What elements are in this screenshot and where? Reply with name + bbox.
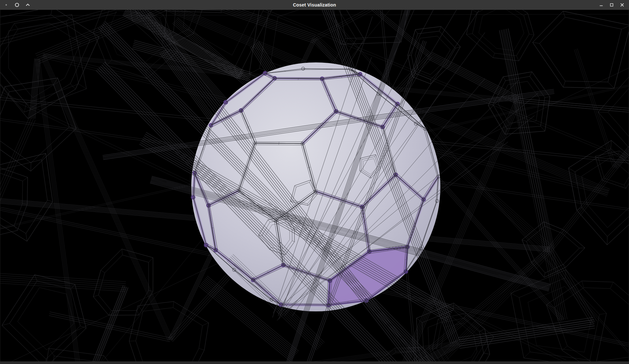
close-icon (620, 3, 624, 7)
dot-icon[interactable] (4, 2, 9, 8)
maximize-icon (609, 3, 614, 7)
window-controls (599, 2, 629, 8)
titlebar[interactable]: Coset Visualization (0, 0, 629, 10)
caret-up-icon-glyph (25, 2, 30, 8)
titlebar-left-icons (0, 2, 30, 8)
circle-icon-glyph (14, 2, 20, 8)
minimize-icon (599, 3, 604, 7)
minimize-button[interactable] (599, 2, 604, 8)
circle-icon[interactable] (14, 2, 20, 8)
window-title: Coset Visualization (0, 0, 629, 10)
app-window: Coset Visualization (0, 0, 629, 364)
close-button[interactable] (620, 2, 625, 8)
maximize-button[interactable] (609, 2, 614, 8)
dot-icon-glyph (4, 2, 9, 8)
window-bottom-edge (0, 361, 629, 364)
coset-3d-scene (0, 10, 629, 361)
viewport-3d[interactable] (0, 10, 629, 361)
caret-up-icon[interactable] (25, 2, 30, 8)
